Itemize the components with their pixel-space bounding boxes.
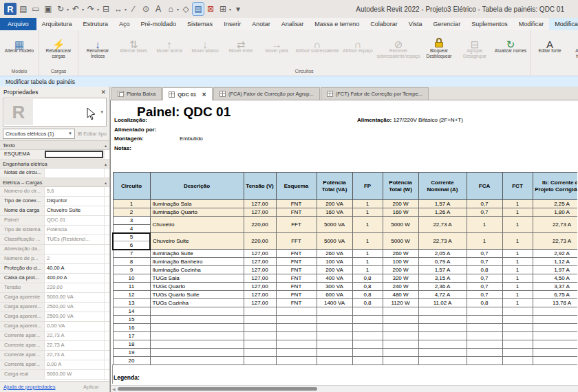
close-icon[interactable]: ✕ — [202, 91, 206, 98]
ribbon-button-update-names[interactable]: ↻Atualizar nomes — [493, 32, 528, 54]
data-cell[interactable]: 3,37 A — [533, 283, 577, 291]
circuit-cell[interactable]: 17 — [113, 332, 150, 340]
data-cell[interactable]: 1 — [352, 200, 383, 208]
data-cell[interactable]: FNT — [276, 200, 317, 208]
undo-icon[interactable]: ↶ — [70, 3, 81, 15]
data-cell[interactable] — [533, 340, 577, 349]
data-cell[interactable]: 2,05 A — [418, 250, 467, 258]
collapse-icon[interactable]: ▴ — [105, 143, 107, 148]
data-cell[interactable] — [418, 340, 467, 349]
data-cell[interactable]: 1,97 A — [533, 266, 577, 274]
ribbon-tab-pr-moldado[interactable]: Pré-moldado — [136, 18, 182, 30]
data-cell[interactable] — [418, 316, 467, 324]
data-cell[interactable] — [502, 349, 533, 357]
data-cell[interactable]: 2,25 A — [533, 200, 577, 208]
property-value[interactable]: 22,73 A — [44, 351, 104, 360]
description-cell[interactable] — [150, 332, 244, 340]
data-cell[interactable] — [418, 332, 467, 340]
data-cell[interactable]: 11,02 A — [418, 299, 467, 307]
data-cell[interactable] — [244, 324, 276, 332]
data-cell[interactable]: 0,8 — [467, 266, 502, 274]
data-cell[interactable]: 1 — [352, 266, 383, 274]
ribbon-tab-sistemas[interactable]: Sistemas — [182, 18, 218, 30]
project-icon[interactable]: ▤ — [18, 3, 29, 15]
data-cell[interactable]: 5000 W — [383, 217, 418, 233]
data-cell[interactable] — [317, 340, 352, 349]
data-cell[interactable]: FNT — [276, 250, 317, 258]
data-cell[interactable] — [244, 357, 276, 365]
description-cell[interactable]: Iluminação Suite — [150, 250, 244, 258]
circuit-cell[interactable]: 15 — [113, 316, 150, 324]
view-tab-qdc-01[interactable]: QDC 01✕ — [162, 87, 213, 100]
description-cell[interactable] — [150, 324, 244, 332]
property-value[interactable]: 2500,00 VA — [44, 312, 104, 321]
chevron-down-icon[interactable]: ▾ — [177, 7, 179, 12]
data-cell[interactable]: 5000 VA — [317, 217, 352, 233]
data-cell[interactable] — [352, 349, 383, 357]
data-cell[interactable]: 220,00 — [244, 233, 276, 250]
ribbon-tab-a-o[interactable]: Aço — [114, 18, 136, 30]
data-cell[interactable]: 0,7 — [467, 283, 502, 291]
data-cell[interactable]: 22,73 A — [418, 233, 467, 250]
data-cell[interactable]: 1 — [502, 258, 533, 266]
data-cell[interactable] — [276, 332, 317, 340]
data-cell[interactable]: FFT — [276, 217, 317, 233]
ribbon-tab-massa-e-terreno[interactable]: Massa e terreno — [309, 18, 365, 30]
ribbon-button-change-model[interactable]: ▦Alterar modelo — [1, 32, 37, 54]
data-cell[interactable] — [383, 349, 418, 357]
data-cell[interactable]: 0,8 — [352, 291, 383, 299]
property-value[interactable]: 5000,00 W — [44, 370, 104, 379]
data-cell[interactable] — [533, 307, 577, 316]
default-3d-view-icon[interactable]: ⌂ — [165, 3, 176, 15]
collapse-icon[interactable]: ▴ — [105, 162, 107, 166]
data-cell[interactable] — [467, 324, 502, 332]
circuit-cell[interactable]: 16 — [113, 324, 150, 332]
data-cell[interactable]: 1,12 A — [533, 258, 577, 266]
data-cell[interactable]: 0,7 — [467, 208, 502, 217]
data-cell[interactable]: 240 W — [383, 283, 418, 291]
data-cell[interactable]: 1 — [502, 266, 533, 274]
data-cell[interactable] — [502, 340, 533, 349]
data-cell[interactable]: 320 W — [383, 274, 418, 283]
ribbon-tab-modificar-tabela-de-pain-is[interactable]: Modificar tabela de painéis — [549, 18, 578, 30]
data-cell[interactable]: 2,36 A — [418, 283, 467, 291]
data-cell[interactable] — [383, 324, 418, 332]
data-cell[interactable]: 22,73 A — [533, 217, 577, 233]
data-cell[interactable]: 1,57 A — [418, 200, 467, 208]
circuit-cell[interactable]: 10 — [113, 274, 150, 283]
data-cell[interactable] — [533, 316, 577, 324]
description-cell[interactable]: Chuveiro — [150, 217, 244, 233]
data-cell[interactable]: 300 VA — [317, 283, 352, 291]
description-cell[interactable]: Iluminação Banheiro — [150, 258, 244, 266]
redo-icon[interactable]: ↷ — [85, 3, 96, 15]
view-tab--fca-fator-de-corre-o-po[interactable]: (FCA) Fator de Correção por Agrup... — [213, 87, 320, 100]
circuit-cell[interactable]: 11 — [113, 283, 150, 291]
data-cell[interactable]: 200 W — [383, 266, 418, 274]
data-cell[interactable]: 1400 VA — [317, 299, 352, 307]
data-cell[interactable] — [317, 357, 352, 365]
view-tab--fct-fator-de-corre-o-po[interactable]: (FCT) Fator de Correção por Tempe... — [321, 87, 429, 100]
data-cell[interactable] — [533, 349, 577, 357]
property-section-header[interactable]: Engenharia elétrica▴ — [0, 160, 109, 168]
property-value[interactable]: 22,73 A — [44, 341, 104, 350]
data-cell[interactable] — [317, 307, 352, 316]
chevron-down-icon[interactable]: ▾ — [67, 7, 69, 12]
description-cell[interactable]: TUGs Sala — [150, 274, 244, 283]
ribbon-tab-arquivo[interactable]: Arquivo — [0, 18, 36, 30]
save-icon[interactable]: ▣ — [43, 3, 54, 15]
property-value[interactable]: 0,00 VA — [44, 322, 104, 331]
data-cell[interactable] — [276, 340, 317, 349]
data-cell[interactable]: FNT — [276, 299, 317, 307]
data-cell[interactable] — [383, 340, 418, 349]
data-cell[interactable]: 160 W — [383, 208, 418, 217]
ribbon-tab-inserir[interactable]: Inserir — [218, 18, 246, 30]
data-cell[interactable] — [467, 340, 502, 349]
ribbon-button-edit-font[interactable]: AEditar fonte — [532, 32, 568, 54]
data-cell[interactable]: 127,00 — [244, 208, 276, 217]
data-cell[interactable] — [533, 332, 577, 340]
property-value[interactable]: Disjuntor — [44, 197, 104, 206]
print-icon[interactable]: ⊟ — [100, 3, 111, 15]
data-cell[interactable] — [502, 357, 533, 365]
data-cell[interactable]: 13,78 A — [533, 299, 577, 307]
data-cell[interactable]: 1120 W — [383, 299, 418, 307]
